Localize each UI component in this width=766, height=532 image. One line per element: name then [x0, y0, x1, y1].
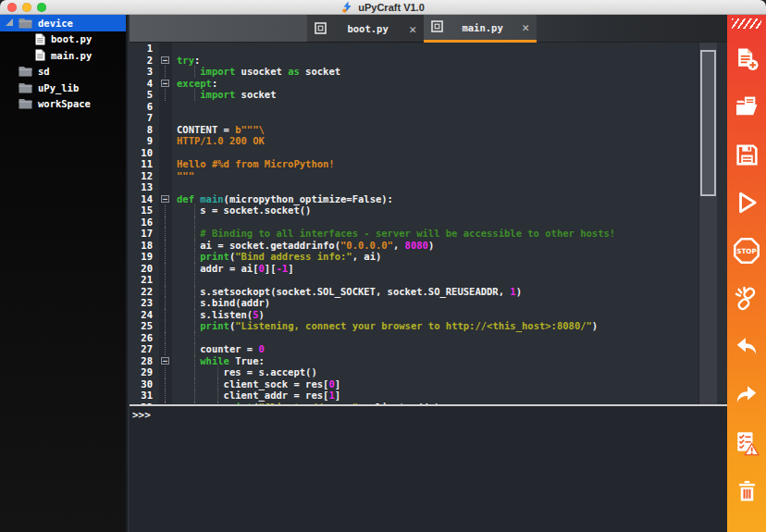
redo-button[interactable] — [727, 371, 766, 419]
editor-line[interactable]: 3 import usocket as socket — [130, 66, 727, 78]
editor-line[interactable]: 6 — [130, 101, 727, 113]
code-text[interactable] — [172, 274, 727, 286]
code-text[interactable] — [172, 43, 727, 55]
code-text[interactable]: counter = 0 — [172, 343, 727, 355]
tree-item-workSpace[interactable]: workSpace — [0, 96, 126, 113]
code-text[interactable]: res = s.accept() — [172, 366, 727, 378]
code-text[interactable] — [172, 101, 727, 113]
editor-line[interactable]: 28− while True: — [130, 355, 727, 367]
editor-line[interactable]: 5 import socket — [130, 89, 727, 101]
code-text[interactable]: s.listen(5) — [172, 309, 727, 321]
clear-console-button[interactable] — [727, 467, 766, 515]
code-text[interactable]: import usocket as socket — [172, 66, 727, 78]
save-file-button[interactable] — [727, 130, 766, 179]
code-text[interactable]: Hello #%d from MicroPython! — [172, 158, 727, 170]
code-text[interactable] — [172, 332, 727, 344]
editor-line[interactable]: 17 # Binding to all interfaces - server … — [130, 228, 727, 240]
zoom-window-button[interactable] — [37, 3, 46, 12]
code-text[interactable]: while True: — [172, 355, 727, 367]
editor-line[interactable]: 30 client_sock = res[0] — [130, 378, 727, 390]
code-text[interactable]: s.setsockopt(socket.SOL_SOCKET, socket.S… — [172, 286, 727, 298]
fold-marker-icon[interactable]: − — [161, 56, 169, 64]
code-text[interactable]: addr = ai[0][-1] — [172, 263, 727, 275]
editor-line[interactable]: 20 addr = ai[0][-1] — [130, 263, 727, 275]
code-text[interactable] — [172, 217, 727, 229]
code-text[interactable]: HTTP/1.0 200 OK — [172, 135, 727, 147]
editor-line[interactable]: 31 client_addr = res[1] — [130, 390, 727, 402]
new-file-button[interactable] — [727, 34, 766, 82]
code-text[interactable]: print("Bind address info:", ai) — [172, 251, 727, 263]
editor-line[interactable]: 13 — [130, 181, 727, 193]
editor-line[interactable]: 23 s.bind(addr) — [130, 297, 727, 309]
tree-item-uPy_lib[interactable]: uPy_lib — [0, 80, 126, 96]
editor-line[interactable]: 27 counter = 0 — [130, 343, 727, 355]
editor-line[interactable]: 25 print("Listening, connect your browse… — [130, 320, 727, 332]
code-text[interactable]: client_sock = res[0] — [172, 378, 727, 390]
editor-line[interactable]: 12""" — [130, 170, 727, 182]
tab-boot.py[interactable]: boot.py✕ — [307, 15, 424, 43]
editor-line[interactable]: 18 ai = socket.getaddrinfo("0.0.0.0", 80… — [130, 240, 727, 252]
disclosure-triangle-icon[interactable] — [6, 19, 13, 26]
code-text[interactable]: client_addr = res[1] — [172, 390, 727, 402]
code-text[interactable]: except: — [172, 78, 727, 90]
download-run-button[interactable] — [727, 179, 766, 227]
scrollbar-thumb[interactable] — [700, 50, 716, 196]
tree-item-sd[interactable]: sd — [0, 64, 126, 80]
fold-marker-icon[interactable]: − — [161, 195, 169, 203]
editor-line[interactable]: 8CONTENT = b"""\ — [130, 124, 727, 136]
editor-line[interactable]: 11Hello #%d from MicroPython! — [130, 158, 727, 170]
tree-item-device[interactable]: device — [0, 15, 126, 31]
tab-close-icon[interactable]: ✕ — [409, 23, 416, 35]
editor-line[interactable]: 9HTTP/1.0 200 OK — [130, 135, 727, 147]
console-panel[interactable]: >>> — [130, 406, 727, 532]
editor-line[interactable]: 26 — [130, 332, 727, 344]
fold-marker-icon[interactable]: − — [161, 357, 169, 365]
tab-close-icon[interactable]: ✕ — [522, 21, 529, 33]
editor-scrollbar[interactable] — [698, 43, 717, 404]
fold-guide — [165, 204, 166, 217]
editor-line[interactable]: 2−try: — [130, 55, 727, 67]
tree-item-main.py[interactable]: main.py — [0, 47, 126, 64]
line-number: 26 — [130, 332, 159, 344]
stop-button[interactable]: STOP — [727, 227, 766, 275]
code-text[interactable]: # Binding to all interfaces - server wil… — [172, 228, 727, 240]
editor-line[interactable]: 29 res = s.accept() — [130, 366, 727, 378]
editor-line[interactable]: 15 s = socket.socket() — [130, 204, 727, 217]
code-text[interactable]: """ — [172, 170, 727, 182]
indent-guide — [194, 228, 195, 240]
code-text[interactable]: s.bind(addr) — [172, 297, 727, 309]
undo-button[interactable] — [727, 323, 766, 371]
tree-item-boot.py[interactable]: boot.py — [0, 31, 126, 48]
editor-line[interactable]: 22 s.setsockopt(socket.SOL_SOCKET, socke… — [130, 286, 727, 298]
editor-line[interactable]: 16 — [130, 217, 727, 229]
code-text[interactable]: ai = socket.getaddrinfo("0.0.0.0", 8080) — [172, 240, 727, 252]
code-text[interactable] — [172, 112, 727, 124]
code-text[interactable]: def main(micropython_optimize=False): — [172, 193, 727, 205]
fold-margin — [159, 309, 172, 321]
connect-device-button[interactable] — [727, 275, 766, 323]
code-text[interactable]: CONTENT = b"""\ — [172, 124, 727, 136]
code-text[interactable] — [172, 181, 727, 193]
tab-main.py[interactable]: main.py✕ — [424, 15, 537, 43]
close-window-button[interactable] — [7, 3, 17, 12]
fold-margin — [159, 332, 172, 344]
editor-line[interactable]: 1 — [130, 43, 727, 55]
code-editor[interactable]: 12−try:3 import usocket as socket4−excep… — [130, 43, 727, 404]
editor-line[interactable]: 24 s.listen(5) — [130, 309, 727, 321]
code-text[interactable] — [172, 147, 727, 159]
code-text[interactable]: print("Listening, connect your browser t… — [172, 320, 727, 332]
code-text[interactable]: import socket — [172, 89, 727, 101]
window-icon — [431, 19, 443, 36]
editor-line[interactable]: 21 — [130, 274, 727, 286]
editor-line[interactable]: 7 — [130, 112, 727, 124]
code-text[interactable]: try: — [172, 55, 727, 67]
syntax-check-button[interactable] — [727, 419, 766, 467]
editor-line[interactable]: 10 — [130, 147, 727, 159]
editor-line[interactable]: 4−except: — [130, 78, 727, 90]
minimize-window-button[interactable] — [22, 3, 31, 12]
open-file-button[interactable] — [727, 82, 766, 130]
code-text[interactable]: s = socket.socket() — [172, 204, 727, 217]
editor-line[interactable]: 14−def main(micropython_optimize=False): — [130, 193, 727, 205]
editor-line[interactable]: 19 print("Bind address info:", ai) — [130, 251, 727, 263]
fold-marker-icon[interactable]: − — [161, 80, 169, 87]
